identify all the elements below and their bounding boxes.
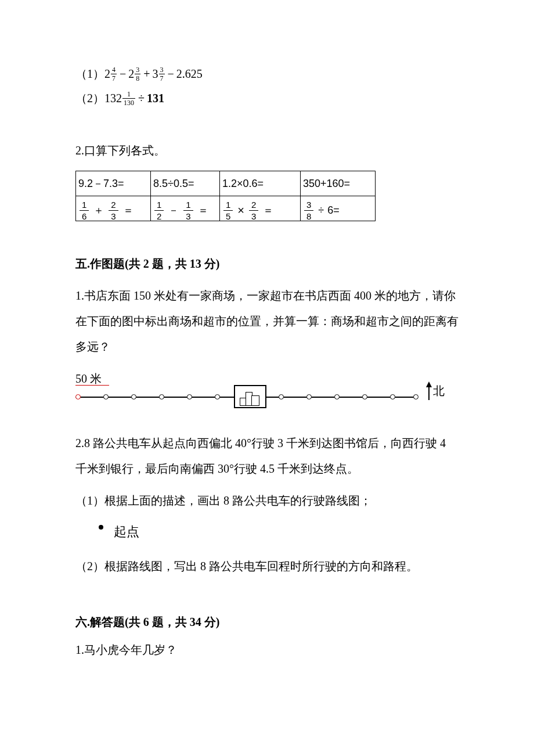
bookstore-icon xyxy=(234,385,266,408)
section-5-q1: 1.书店东面 150 米处有一家商场，一家超市在书店西面 400 米的地方，请你… xyxy=(75,283,459,359)
axis-dot xyxy=(413,394,418,399)
equation-1-label: （1） xyxy=(75,65,104,82)
axis-dot xyxy=(279,394,284,399)
start-label: 起点 xyxy=(114,522,139,541)
axis-dot xyxy=(131,394,136,399)
axis-dot xyxy=(362,394,367,399)
equation-1: （1） 2 47 − 2 38 + 3 37 − 2.625 xyxy=(75,65,459,82)
axis-dot xyxy=(159,394,164,399)
section-6-title: 六.解答题(共 6 题，共 34 分) xyxy=(75,613,459,631)
mental-calc-table: 9.2－7.3= 8.5÷0.5= 1.2×0.6= 350+160= 16 ＋… xyxy=(75,171,376,221)
start-point: 起点 xyxy=(99,522,459,541)
cell-r2c1: 16 ＋ 23 ＝ xyxy=(76,196,151,221)
cell-r2c3: 15 × 23 ＝ xyxy=(220,196,301,221)
axis-dot xyxy=(306,394,312,399)
axis-dot xyxy=(103,394,109,399)
equation-2-label: （2） xyxy=(75,89,104,107)
compass-north-icon: 北 xyxy=(426,381,445,400)
cell-r1c4: 350+160= xyxy=(301,171,376,196)
equation-2-math: 132 1130 ÷ 131 xyxy=(104,89,164,107)
start-dot-icon xyxy=(99,525,103,530)
scale-underline xyxy=(75,385,109,386)
cell-r1c2: 8.5÷0.5= xyxy=(151,171,220,196)
axis-dot xyxy=(390,394,395,399)
section-5-q2b: （2）根据路线图，写出 8 路公共电车回程时所行驶的方向和路程。 xyxy=(75,557,459,575)
number-line-diagram: 50 米 北 xyxy=(75,373,424,420)
axis-dot xyxy=(334,394,340,399)
section-5-title: 五.作图题(共 2 题，共 13 分) xyxy=(75,255,459,272)
section-5-q2a: （1）根据上面的描述，画出 8 路公共电车的行驶路线图； xyxy=(75,492,459,509)
axis-dot xyxy=(215,394,220,399)
equation-1-math: 2 47 − 2 38 + 3 37 − 2.625 xyxy=(104,65,203,82)
cell-r2c2: 12 － 13 ＝ xyxy=(151,196,220,221)
equation-2: （2） 132 1130 ÷ 131 xyxy=(75,89,459,107)
table-row: 9.2－7.3= 8.5÷0.5= 1.2×0.6= 350+160= xyxy=(76,171,376,196)
cell-r1c3: 1.2×0.6= xyxy=(220,171,301,196)
section-6-q1: 1.马小虎今年几岁？ xyxy=(75,641,459,658)
cell-r1c1: 9.2－7.3= xyxy=(76,171,151,196)
cell-r2c4: 38 ÷ 6 = xyxy=(301,196,376,221)
axis-dot xyxy=(187,394,192,399)
axis-dot xyxy=(75,394,81,399)
table-row: 16 ＋ 23 ＝ 12 － 13 ＝ 15 × 23 ＝ 38 xyxy=(76,196,376,221)
question-2-title: 2.口算下列各式。 xyxy=(75,142,459,159)
section-5-q2: 2.8 路公共电车从起点向西偏北 40°行驶 3 千米到达图书馆后，向西行驶 4… xyxy=(75,430,459,481)
